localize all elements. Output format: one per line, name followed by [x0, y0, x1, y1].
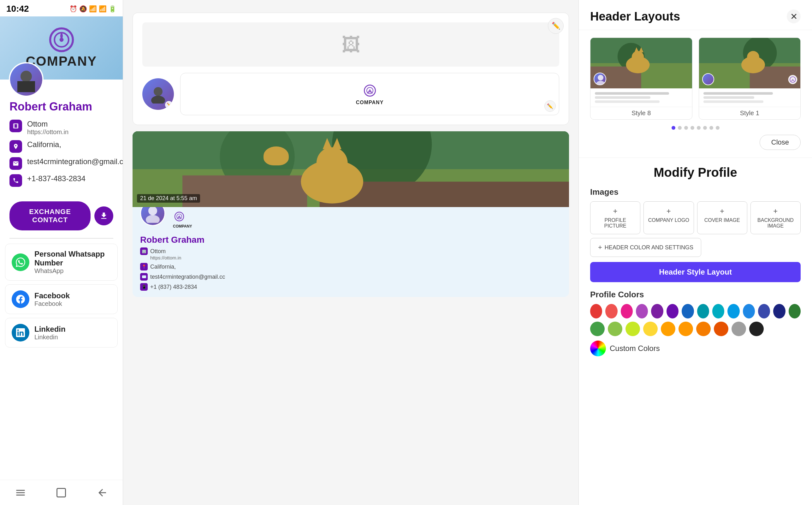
- style1-avatar-overlay: [702, 73, 714, 85]
- style8-line2: [595, 96, 650, 99]
- color-swatch[interactable]: [728, 304, 740, 319]
- color-swatch[interactable]: [608, 322, 622, 336]
- custom-colors-button[interactable]: Custom Colors: [590, 341, 801, 356]
- modify-profile-title: Modify Profile: [590, 165, 801, 180]
- card-image-placeholder: 🖼: [142, 22, 559, 66]
- preview-phone-row: 📱 +1 (837) 483-2834: [140, 283, 562, 291]
- location-icon: [9, 140, 22, 153]
- close-btn-row: Close: [590, 130, 801, 150]
- profile-picture-label: PROFILE PICTURE: [594, 217, 637, 229]
- layout-card-style1[interactable]: Style 1: [699, 37, 801, 120]
- custom-colors-icon: [590, 341, 606, 356]
- color-swatch[interactable]: [625, 322, 640, 336]
- preview-location-row: 📍 California,: [140, 263, 562, 271]
- email-value: test4crmintegration@gmail.com: [27, 157, 123, 166]
- linkedin-type: Linkedin: [34, 334, 66, 341]
- svg-point-23: [146, 215, 160, 223]
- color-swatch[interactable]: [666, 304, 678, 319]
- style1-line3: [703, 101, 764, 103]
- svg-point-31: [632, 51, 644, 63]
- color-swatch[interactable]: [590, 322, 605, 336]
- right-panel-header: Header Layouts ✕: [579, 0, 812, 30]
- color-swatch[interactable]: [696, 322, 711, 336]
- color-swatch[interactable]: [697, 304, 709, 319]
- download-button[interactable]: [94, 206, 113, 225]
- style1-logo-overlay: [788, 74, 798, 86]
- mini-avatar: ✏️: [142, 78, 174, 110]
- color-swatch[interactable]: [789, 304, 801, 319]
- image-placeholder-icon: 🖼: [342, 34, 360, 55]
- color-swatch[interactable]: [661, 322, 675, 336]
- nav-back-icon[interactable]: [96, 487, 108, 498]
- layout-style1-content: [699, 89, 801, 107]
- profile-avatar: [9, 62, 43, 97]
- color-swatch[interactable]: [743, 304, 755, 319]
- color-swatch[interactable]: [714, 322, 729, 336]
- layout-card-style8[interactable]: Style 8: [590, 37, 692, 120]
- phone-panel: 10:42 ⏰ 🔕 📶 📶 🔋 COMPANY: [0, 0, 123, 505]
- color-swatch[interactable]: [773, 304, 785, 319]
- company-card-edit-button[interactable]: ✏️: [544, 101, 556, 112]
- style8-line3: [595, 101, 659, 103]
- dot-5[interactable]: [697, 126, 700, 130]
- layout-style8-lines: [595, 92, 688, 103]
- layout-style1-lines: [703, 92, 796, 103]
- profile-info: Robert Graham Ottom https://ottom.in Cal…: [0, 100, 123, 196]
- color-swatch[interactable]: [636, 304, 648, 319]
- divider: [9, 238, 113, 238]
- dot-2[interactable]: [678, 126, 682, 130]
- style8-avatar-overlay: [594, 72, 606, 85]
- contact-list: Personal Whatsapp Number WhatsApp Facebo…: [0, 244, 123, 347]
- dot-8[interactable]: [716, 126, 720, 130]
- color-swatch[interactable]: [732, 322, 746, 336]
- phone-icon: [9, 174, 22, 187]
- custom-colors-label: Custom Colors: [610, 344, 660, 353]
- color-swatch[interactable]: [712, 304, 724, 319]
- layout-style8-label: Style 8: [590, 107, 692, 119]
- style1-line2: [703, 96, 754, 99]
- edit-cover-button[interactable]: ✏️: [548, 18, 564, 34]
- close-layouts-button[interactable]: Close: [760, 135, 801, 150]
- avatar-edit-overlay[interactable]: ✏️: [165, 101, 173, 109]
- dots-indicator: [590, 126, 801, 130]
- nav-home-icon[interactable]: [55, 487, 67, 498]
- cover-image-label: COVER IMAGE: [704, 217, 740, 223]
- header-style-layout-button[interactable]: Header Style Layout: [590, 262, 801, 282]
- dot-7[interactable]: [709, 126, 713, 130]
- profile-colors-section: Profile Colors Custom Colors: [590, 290, 801, 356]
- dot-6[interactable]: [703, 126, 707, 130]
- color-swatch[interactable]: [678, 322, 693, 336]
- avatar-initials: [10, 63, 42, 96]
- profile-picture-button[interactable]: + PROFILE PICTURE: [590, 201, 640, 234]
- profile-colors-label: Profile Colors: [590, 290, 801, 300]
- color-swatch[interactable]: [749, 322, 764, 336]
- color-swatch[interactable]: [590, 304, 602, 319]
- contact-linkedin[interactable]: Linkedin Linkedin: [5, 318, 118, 347]
- phone-value: +1-837-483-2834: [27, 174, 85, 183]
- dot-1[interactable]: [671, 126, 675, 130]
- background-image-button[interactable]: + BACKGROUND IMAGE: [751, 201, 801, 234]
- cover-image-plus-icon: +: [720, 207, 724, 215]
- dot-3[interactable]: [684, 126, 688, 130]
- exchange-contact-button[interactable]: EXCHANGE CONTACT: [9, 201, 90, 230]
- company-logo-button[interactable]: + COMPANY LOGO: [643, 201, 694, 234]
- preview-email-icon: ✉️: [140, 273, 148, 281]
- header-color-settings-button[interactable]: + HEADER COLOR AND SETTINGS: [590, 238, 701, 257]
- svg-point-9: [151, 96, 165, 104]
- color-swatch[interactable]: [682, 304, 694, 319]
- color-swatch[interactable]: [758, 304, 770, 319]
- close-x-button[interactable]: ✕: [787, 9, 801, 23]
- color-swatch[interactable]: [643, 322, 658, 336]
- contact-facebook[interactable]: Facebook Facebook: [5, 284, 118, 314]
- nav-menu-icon[interactable]: [15, 487, 26, 498]
- facebook-name: Facebook: [34, 291, 70, 300]
- preview-card: 21 de 2024 at 5:55 am COMPANY Robert G: [133, 131, 569, 297]
- style1-line1: [703, 92, 773, 95]
- contact-whatsapp[interactable]: Personal Whatsapp Number WhatsApp: [5, 244, 118, 281]
- dot-4[interactable]: [690, 126, 694, 130]
- cover-image-button[interactable]: + COVER IMAGE: [697, 201, 747, 234]
- color-swatch[interactable]: [605, 304, 617, 319]
- color-swatch[interactable]: [651, 304, 663, 319]
- color-swatch[interactable]: [621, 304, 633, 319]
- preview-company-icon: 🏢: [140, 247, 148, 255]
